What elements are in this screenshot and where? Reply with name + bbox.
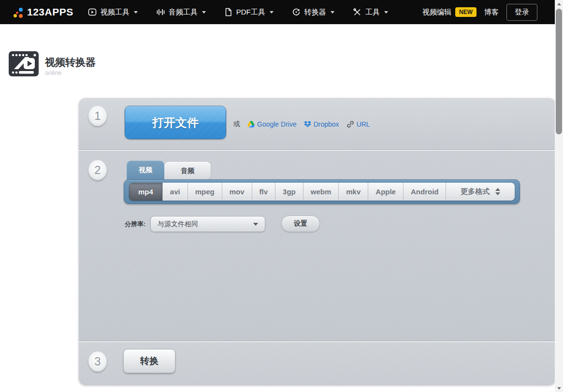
tab-video[interactable]: 视频 <box>127 160 164 180</box>
url-link-icon <box>346 120 354 128</box>
scrollbar-thumb[interactable] <box>556 9 562 134</box>
scrollbar-down-arrow[interactable] <box>555 384 563 392</box>
navbar: 123APPS 视频工具 <box>0 0 555 24</box>
format-mp4[interactable]: mp4 <box>129 183 163 201</box>
page-header: 视频转换器 online <box>9 51 96 76</box>
nav-item-label: 工具 <box>365 8 380 17</box>
url-link[interactable]: URL <box>346 120 370 128</box>
nav-right: 视频编辑 NEW 博客 登录 <box>422 0 537 24</box>
scrollbar-up-arrow[interactable] <box>555 0 563 8</box>
google-drive-icon <box>247 121 255 128</box>
resolution-value: 与源文件相同 <box>158 220 253 229</box>
nav-item-label: 转换器 <box>304 8 326 17</box>
format-android[interactable]: Android <box>404 183 447 201</box>
scrollbar <box>555 0 563 392</box>
format-bar: mp4 avi mpeg mov flv 3gp webm mkv Apple … <box>124 179 520 204</box>
tab-audio[interactable]: 音频 <box>164 162 211 180</box>
format-avi[interactable]: avi <box>163 183 188 201</box>
chevron-down-icon <box>270 11 274 14</box>
nav-item-video-tools[interactable]: 视频工具 <box>88 4 138 21</box>
converter-panel: 1 打开文件 或 Google Drive Dr <box>79 98 556 385</box>
format-more-label: 更多格式 <box>461 187 490 196</box>
resolution-label: 分辨率: <box>125 220 145 229</box>
chevron-down-icon <box>331 11 334 14</box>
open-file-button[interactable]: 打开文件 <box>125 106 226 139</box>
nav-item-pdf-tools[interactable]: PDF工具 <box>224 4 274 21</box>
nav-item-utilities[interactable]: 工具 <box>353 4 388 21</box>
or-label: 或 <box>233 120 240 129</box>
format-3gp[interactable]: 3gp <box>275 183 303 201</box>
format-segmented-control: mp4 avi mpeg mov flv 3gp webm mkv Apple … <box>129 183 515 201</box>
cloud-sources-row: 或 Google Drive Dropbox <box>233 98 370 150</box>
dropbox-link[interactable]: Dropbox <box>304 120 339 128</box>
video-converter-app-icon <box>9 51 39 76</box>
video-editor-link[interactable]: 视频编辑 NEW <box>422 7 476 17</box>
url-label: URL <box>357 120 370 128</box>
format-flv[interactable]: flv <box>252 183 276 201</box>
settings-button[interactable]: 设置 <box>281 216 320 232</box>
blog-label: 博客 <box>484 8 499 17</box>
step3-badge: 3 <box>88 351 107 372</box>
login-button[interactable]: 登录 <box>506 4 537 21</box>
brand-dots-icon <box>13 6 24 18</box>
pdf-tools-icon <box>224 8 232 16</box>
google-drive-label: Google Drive <box>257 120 297 128</box>
brand-logo[interactable]: 123APPS <box>13 6 73 18</box>
format-mov[interactable]: mov <box>222 183 252 201</box>
format-webm[interactable]: webm <box>303 183 339 201</box>
format-mkv[interactable]: mkv <box>339 183 368 201</box>
nav-item-label: 视频工具 <box>101 8 130 17</box>
step2-badge: 2 <box>88 160 107 180</box>
resolution-select[interactable]: 与源文件相同 <box>150 216 265 232</box>
video-editor-label: 视频编辑 <box>422 8 451 17</box>
convert-button[interactable]: 转换 <box>123 349 175 373</box>
dropbox-label: Dropbox <box>314 120 339 128</box>
nav-item-audio-tools[interactable]: 音频工具 <box>156 4 206 21</box>
nav-menu: 视频工具 音频工具 <box>88 4 406 21</box>
chevron-down-icon <box>384 11 388 14</box>
blog-link[interactable]: 博客 <box>484 8 499 17</box>
google-drive-link[interactable]: Google Drive <box>247 120 297 128</box>
nav-item-label: PDF工具 <box>236 8 265 17</box>
nav-item-converters[interactable]: 转换器 <box>292 4 334 21</box>
nav-item-label: 音频工具 <box>169 8 198 17</box>
audio-tools-icon <box>156 8 165 16</box>
select-caret-icon <box>253 223 258 226</box>
page-title: 视频转换器 <box>45 57 96 68</box>
step1-badge: 1 <box>88 106 107 126</box>
converter-icon <box>292 8 301 16</box>
utilities-icon <box>353 8 361 16</box>
brand-text: 123APPS <box>27 6 73 18</box>
chevron-down-icon <box>134 11 138 14</box>
format-mpeg[interactable]: mpeg <box>188 183 222 201</box>
page: 123APPS 视频工具 <box>0 0 563 392</box>
dropbox-icon <box>304 121 311 128</box>
spinner-arrows-icon <box>495 188 500 195</box>
page-subtitle: online <box>45 69 96 76</box>
format-apple[interactable]: Apple <box>368 183 404 201</box>
video-tools-icon <box>88 8 97 16</box>
new-badge: NEW <box>455 7 476 17</box>
format-more[interactable]: 更多格式 <box>446 183 515 201</box>
chevron-down-icon <box>202 11 206 14</box>
